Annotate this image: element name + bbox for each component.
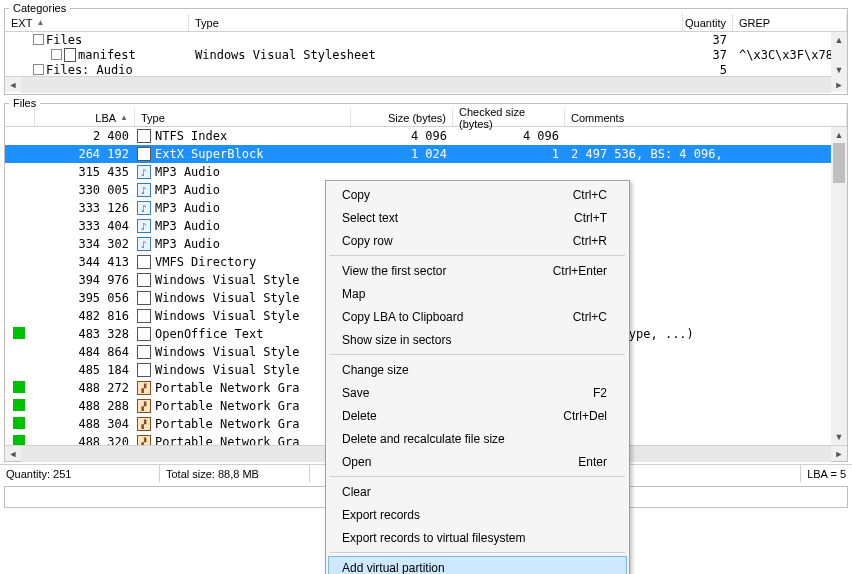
menu-item-shortcut: Ctrl+C <box>573 188 607 202</box>
file-row[interactable]: 264 192ExtX SuperBlock1 02412 497 536, B… <box>5 145 847 163</box>
col-quantity[interactable]: Quantity <box>683 14 733 31</box>
file-icon <box>137 363 151 377</box>
checkbox[interactable] <box>33 64 44 75</box>
menu-item[interactable]: View the first sectorCtrl+Enter <box>328 259 627 282</box>
menu-item[interactable]: Clear <box>328 480 627 503</box>
cell-lba: 488 320 <box>35 435 135 445</box>
cell-lba: 264 192 <box>35 147 135 161</box>
cell-lba: 394 976 <box>35 273 135 287</box>
scroll-down-icon[interactable]: ▼ <box>831 62 847 78</box>
files-header-row: LBA▲ Type Size (bytes) Checked size (byt… <box>5 109 847 127</box>
image-icon <box>137 417 151 431</box>
col-checked-size[interactable]: Checked size (bytes) <box>453 109 565 126</box>
scroll-thumb[interactable] <box>833 143 845 183</box>
cell-lba: 334 302 <box>35 237 135 251</box>
cell-type: Portable Network Gra <box>135 417 351 431</box>
categories-legend: Categories <box>9 2 70 14</box>
checkbox[interactable] <box>33 34 44 45</box>
menu-item-shortcut: Ctrl+Enter <box>553 264 607 278</box>
menu-item-shortcut: Ctrl+C <box>573 310 607 324</box>
sort-asc-icon: ▲ <box>120 113 128 122</box>
scroll-left-icon[interactable]: ◄ <box>5 446 21 462</box>
menu-item[interactable]: CopyCtrl+C <box>328 183 627 206</box>
cell-type: OpenOffice Text <box>135 327 351 341</box>
category-row[interactable]: Files37 <box>5 32 847 47</box>
row-marker <box>5 381 35 396</box>
scroll-up-icon[interactable]: ▲ <box>831 32 847 48</box>
checkbox[interactable] <box>51 49 62 60</box>
cell-lba: 395 056 <box>35 291 135 305</box>
menu-item[interactable]: Map <box>328 282 627 305</box>
category-row[interactable]: Files: Audio5 <box>5 62 847 76</box>
menu-item[interactable]: Delete and recalculate file size <box>328 427 627 450</box>
col-filetype[interactable]: Type <box>135 109 351 126</box>
menu-item[interactable]: Change size <box>328 358 627 381</box>
col-comments[interactable]: Comments <box>565 109 847 126</box>
menu-item-label: Delete <box>342 409 377 423</box>
status-quantity: Quantity: 251 <box>0 465 160 482</box>
image-icon <box>137 381 151 395</box>
menu-item[interactable]: Select textCtrl+T <box>328 206 627 229</box>
menu-item-shortcut: Enter <box>578 455 607 469</box>
scroll-down-icon[interactable]: ▼ <box>831 429 847 445</box>
col-size[interactable]: Size (bytes) <box>351 109 453 126</box>
image-icon <box>137 435 151 445</box>
category-qty: 37 <box>683 33 733 47</box>
audio-icon <box>137 201 151 215</box>
col-mark[interactable] <box>5 109 35 126</box>
audio-icon <box>137 183 151 197</box>
menu-item[interactable]: Show size in sectors <box>328 328 627 351</box>
menu-item-label: Select text <box>342 211 398 225</box>
menu-item[interactable]: DeleteCtrl+Del <box>328 404 627 427</box>
file-row[interactable]: 315 435MP3 Audio <box>5 163 847 181</box>
categories-vscroll[interactable]: ▲ ▼ <box>831 32 847 78</box>
menu-item-shortcut: Ctrl+T <box>574 211 607 225</box>
scroll-up-icon[interactable]: ▲ <box>831 127 847 143</box>
category-row[interactable]: manifestWindows Visual Stylesheet37^\x3C… <box>5 47 847 62</box>
file-icon <box>137 345 151 359</box>
menu-item[interactable]: Export records <box>328 503 627 512</box>
file-icon <box>137 273 151 287</box>
files-legend: Files <box>9 97 40 109</box>
cell-type: Portable Network Gra <box>135 381 351 395</box>
menu-item[interactable]: SaveF2 <box>328 381 627 404</box>
col-lba[interactable]: LBA▲ <box>35 109 135 126</box>
context-menu: CopyCtrl+CSelect textCtrl+TCopy rowCtrl+… <box>325 180 630 512</box>
file-icon <box>137 291 151 305</box>
scroll-left-icon[interactable]: ◄ <box>5 77 21 93</box>
cell-lba: 333 404 <box>35 219 135 233</box>
cell-type: MP3 Audio <box>135 219 351 233</box>
cell-lba: 482 816 <box>35 309 135 323</box>
row-marker <box>5 435 35 446</box>
file-row[interactable]: 2 400NTFS Index4 0964 096 <box>5 127 847 145</box>
menu-item[interactable]: OpenEnter <box>328 450 627 473</box>
cell-type: Portable Network Gra <box>135 399 351 413</box>
category-name: Files <box>46 33 82 47</box>
cell-type: ExtX SuperBlock <box>135 147 351 161</box>
col-type[interactable]: Type <box>189 14 683 31</box>
menu-item-label: Change size <box>342 363 409 377</box>
menu-item-label: Show size in sectors <box>342 333 451 347</box>
audio-icon <box>137 219 151 233</box>
categories-hscroll[interactable]: ◄ ► <box>5 76 847 92</box>
menu-item-label: Open <box>342 455 371 469</box>
cell-type: Windows Visual Style <box>135 309 351 323</box>
menu-item-label: Export records <box>342 508 420 513</box>
cell-type: Windows Visual Style <box>135 291 351 305</box>
menu-item[interactable]: Copy rowCtrl+R <box>328 229 627 252</box>
menu-item[interactable]: Copy LBA to ClipboardCtrl+C <box>328 305 627 328</box>
cell-type: Windows Visual Style <box>135 273 351 287</box>
menu-separator <box>330 476 625 477</box>
col-ext[interactable]: EXT▲ <box>5 14 189 31</box>
col-grep[interactable]: GREP <box>733 14 847 31</box>
cell-type: MP3 Audio <box>135 183 351 197</box>
files-vscroll[interactable]: ▲ ▼ <box>831 127 847 445</box>
cell-lba: 488 272 <box>35 381 135 395</box>
menu-item-label: Copy <box>342 188 370 202</box>
scroll-right-icon[interactable]: ► <box>831 446 847 462</box>
cell-type: VMFS Directory <box>135 255 351 269</box>
cell-lba: 483 328 <box>35 327 135 341</box>
sort-asc-icon: ▲ <box>36 18 44 27</box>
scroll-right-icon[interactable]: ► <box>831 77 847 93</box>
cell-csize: 4 096 <box>453 129 565 143</box>
